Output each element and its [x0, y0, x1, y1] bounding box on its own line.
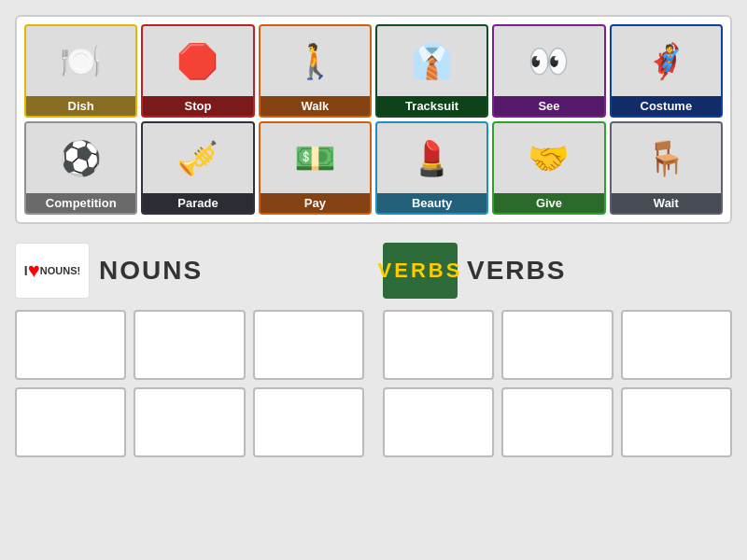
cell-image-competition: ⚽: [26, 123, 135, 193]
image-grid: 🍽️Dish🛑Stop🚶Walk👔Tracksuit👀See🦸Costume⚽C…: [24, 24, 723, 215]
image-grid-container: 🍽️Dish🛑Stop🚶Walk👔Tracksuit👀See🦸Costume⚽C…: [15, 15, 732, 224]
verbs-category: VERBS VERBS: [383, 243, 732, 299]
nouns-answer-box-1[interactable]: [15, 310, 126, 380]
cell-label-walk: Walk: [261, 96, 370, 116]
cell-image-give: 🤝: [494, 123, 603, 193]
cell-image-dish: 🍽️: [26, 26, 135, 96]
page-wrapper: 🍽️Dish🛑Stop🚶Walk👔Tracksuit👀See🦸Costume⚽C…: [0, 0, 747, 560]
nouns-answer-box-5[interactable]: [134, 387, 245, 457]
cell-label-competition: Competition: [26, 193, 135, 213]
cell-image-parade: 🎺: [143, 123, 252, 193]
grid-cell-see[interactable]: 👀See: [492, 24, 605, 118]
grid-cell-wait[interactable]: 🪑Wait: [610, 121, 723, 215]
cell-label-wait: Wait: [612, 193, 721, 213]
verbs-answer-box-2[interactable]: [501, 310, 613, 380]
nouns-category: I ♥ NOUNS! NOUNS: [15, 243, 364, 299]
cell-label-stop: Stop: [143, 96, 252, 116]
cell-label-tracksuit: Tracksuit: [377, 96, 486, 116]
verbs-answer-box-1[interactable]: [383, 310, 494, 380]
verbs-answer-half: [383, 310, 732, 457]
verbs-icon: VERBS: [383, 243, 458, 299]
verbs-answer-box-3[interactable]: [621, 310, 732, 380]
grid-cell-dish[interactable]: 🍽️Dish: [24, 24, 137, 118]
cell-image-beauty: 💄: [377, 123, 486, 193]
grid-cell-tracksuit[interactable]: 👔Tracksuit: [375, 24, 488, 118]
cell-label-see: See: [494, 96, 603, 116]
grid-cell-give[interactable]: 🤝Give: [492, 121, 605, 215]
cell-label-costume: Costume: [612, 96, 721, 116]
verbs-icon-text: VERBS: [378, 259, 463, 283]
verbs-answer-box-5[interactable]: [501, 387, 613, 457]
nouns-answer-half: [15, 310, 364, 457]
nouns-answer-box-4[interactable]: [15, 387, 126, 457]
nouns-answer-box-3[interactable]: [253, 310, 364, 380]
nouns-answer-box-6[interactable]: [253, 387, 364, 457]
cell-label-give: Give: [494, 193, 603, 213]
nouns-title: NOUNS: [99, 256, 203, 286]
answer-section: [15, 310, 732, 457]
grid-cell-walk[interactable]: 🚶Walk: [259, 24, 372, 118]
grid-cell-competition[interactable]: ⚽Competition: [24, 121, 137, 215]
cell-label-beauty: Beauty: [377, 193, 486, 213]
grid-cell-costume[interactable]: 🦸Costume: [610, 24, 723, 118]
grid-cell-stop[interactable]: 🛑Stop: [141, 24, 254, 118]
cell-image-walk: 🚶: [261, 26, 370, 96]
nouns-icon: I ♥ NOUNS!: [15, 243, 90, 299]
verbs-answer-box-4[interactable]: [383, 387, 494, 457]
nouns-answer-box-2[interactable]: [134, 310, 245, 380]
verbs-answer-box-6[interactable]: [621, 387, 732, 457]
grid-cell-pay[interactable]: 💵Pay: [259, 121, 372, 215]
cell-image-stop: 🛑: [143, 26, 252, 96]
cell-image-wait: 🪑: [612, 123, 721, 193]
cell-label-dish: Dish: [26, 96, 135, 116]
verbs-title: VERBS: [467, 256, 566, 286]
cell-image-pay: 💵: [261, 123, 370, 193]
cell-label-parade: Parade: [143, 193, 252, 213]
cell-image-costume: 🦸: [612, 26, 721, 96]
cell-image-tracksuit: 👔: [377, 26, 486, 96]
cell-label-pay: Pay: [261, 193, 370, 213]
cell-image-see: 👀: [494, 26, 603, 96]
grid-cell-beauty[interactable]: 💄Beauty: [375, 121, 488, 215]
categories-row: I ♥ NOUNS! NOUNS VERBS VERBS: [15, 243, 732, 299]
grid-cell-parade[interactable]: 🎺Parade: [141, 121, 254, 215]
